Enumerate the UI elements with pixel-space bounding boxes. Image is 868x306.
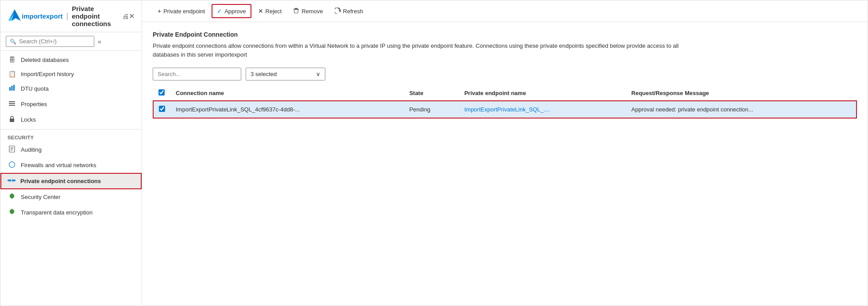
sidebar-item-label: DTU quota [21, 85, 49, 92]
table-search-input[interactable] [153, 68, 241, 80]
approve-button[interactable]: ✓ Approve [212, 4, 251, 18]
private-endpoint-link[interactable]: ImportExportPrivateLink_SQL_.... [464, 106, 550, 113]
sidebar-item-locks[interactable]: Locks [0, 112, 142, 127]
sidebar-item-import-export-history[interactable]: 📋 Import/Export history [0, 67, 142, 81]
sidebar-item-label: Auditing [21, 146, 42, 153]
svg-rect-4 [13, 85, 15, 91]
connections-table: Connection name State Private endpoint n… [153, 86, 857, 119]
plus-icon: + [158, 8, 161, 15]
sidebar: importexport | Private endpoint connecti… [0, 0, 142, 306]
close-button[interactable]: ✕ [129, 12, 135, 20]
state-cell: Pending [404, 101, 459, 118]
sidebar-item-auditing[interactable]: Auditing [0, 142, 142, 157]
sidebar-nav: 🗄 Deleted databases 📋 Import/Export hist… [0, 51, 142, 306]
locks-icon [8, 115, 16, 124]
firewalls-icon [8, 161, 16, 169]
sidebar-item-label: Private endpoint connections [20, 178, 101, 184]
svg-rect-8 [10, 119, 14, 122]
private-endpoint-icon [7, 177, 16, 185]
sidebar-item-label: Deleted databases [21, 57, 69, 63]
svg-rect-3 [12, 86, 13, 91]
row-checkbox-cell [153, 101, 170, 118]
print-icon[interactable]: 🖨 [122, 12, 129, 20]
sidebar-item-label: Transparent data encryption [21, 209, 93, 216]
connection-name-header: Connection name [170, 86, 404, 101]
svg-rect-7 [9, 105, 15, 106]
refresh-icon [335, 8, 341, 15]
description-text: Private endpoint connections allow conne… [153, 42, 684, 59]
remove-button[interactable]: Remove [288, 4, 328, 18]
row-checkbox[interactable] [159, 106, 165, 112]
sidebar-item-label: Import/Export history [21, 71, 74, 77]
svg-rect-6 [9, 103, 15, 104]
header-checkbox-cell [153, 86, 170, 101]
filter-dropdown[interactable]: 3 selected ∨ [246, 68, 325, 80]
filter-dropdown-value: 3 selected [251, 71, 277, 77]
private-endpoint-btn-label: Private endpoint [163, 8, 205, 15]
x-icon: ✕ [258, 8, 263, 15]
connection-name-cell: ImportExportPrivateLink_SQL_4cf9637c-4dd… [170, 101, 404, 118]
sidebar-item-properties[interactable]: Properties [0, 96, 142, 112]
sidebar-item-label: Locks [21, 116, 36, 123]
reject-button[interactable]: ✕ Reject [253, 4, 287, 18]
sidebar-item-label: Firewalls and virtual networks [21, 162, 96, 168]
sidebar-item-firewalls[interactable]: Firewalls and virtual networks [0, 157, 142, 173]
sidebar-item-label: Properties [21, 101, 47, 107]
chevron-down-icon: ∨ [316, 71, 320, 77]
auditing-icon [8, 145, 16, 154]
sidebar-item-private-endpoint-connections[interactable]: Private endpoint connections [0, 173, 142, 189]
table-row[interactable]: ImportExportPrivateLink_SQL_4cf9637c-4dd… [153, 101, 856, 118]
search-icon: 🔍 [10, 38, 16, 45]
azure-logo-icon [8, 8, 22, 24]
main-content: + Private endpoint ✓ Approve ✕ Reject Re… [142, 0, 868, 306]
dtu-quota-icon [8, 84, 16, 93]
security-center-icon [8, 193, 16, 201]
refresh-btn-label: Refresh [343, 8, 363, 15]
sidebar-item-security-center[interactable]: Security Center [0, 189, 142, 205]
toolbar: + Private endpoint ✓ Approve ✕ Reject Re… [142, 0, 868, 22]
resource-name: importexport [22, 12, 63, 20]
filter-bar: 3 selected ∨ [153, 68, 857, 80]
sidebar-header: importexport | Private endpoint connecti… [0, 0, 142, 32]
search-box: 🔍 [6, 36, 94, 47]
message-cell: Approval needed: private endpoint connec… [626, 101, 856, 118]
svg-rect-5 [9, 101, 15, 102]
refresh-button[interactable]: Refresh [330, 4, 368, 18]
private-endpoint-button[interactable]: + Private endpoint [153, 4, 210, 18]
approve-btn-label: Approve [224, 8, 246, 15]
checkmark-icon: ✓ [217, 8, 222, 15]
svg-rect-17 [295, 8, 297, 9]
search-input[interactable] [19, 38, 85, 45]
import-export-icon: 📋 [8, 70, 16, 77]
sidebar-item-deleted-databases[interactable]: 🗄 Deleted databases [0, 53, 142, 67]
svg-rect-2 [9, 87, 11, 91]
private-endpoint-name-cell: ImportExportPrivateLink_SQL_.... [459, 101, 626, 118]
reject-btn-label: Reject [266, 8, 282, 15]
message-header: Request/Response Message [626, 86, 856, 101]
sidebar-item-label: Security Center [21, 194, 61, 200]
section-title: Private Endpoint Connection [153, 31, 857, 38]
page-title: Private endpoint connections [72, 5, 117, 27]
tde-icon [8, 208, 16, 217]
state-header: State [404, 86, 459, 101]
sidebar-item-transparent-data-encryption[interactable]: Transparent data encryption [0, 205, 142, 220]
sidebar-item-dtu-quota[interactable]: DTU quota [0, 81, 142, 96]
select-all-checkbox[interactable] [158, 89, 165, 96]
trash-icon [293, 8, 299, 15]
properties-icon [8, 100, 16, 108]
remove-btn-label: Remove [301, 8, 323, 15]
private-endpoint-name-header: Private endpoint name [459, 86, 626, 101]
search-container: 🔍 « [0, 32, 142, 51]
deleted-databases-icon: 🗄 [8, 56, 16, 63]
collapse-icon[interactable]: « [98, 38, 101, 45]
security-section-label: Security [0, 129, 142, 142]
content-area: Private Endpoint Connection Private endp… [142, 22, 868, 306]
